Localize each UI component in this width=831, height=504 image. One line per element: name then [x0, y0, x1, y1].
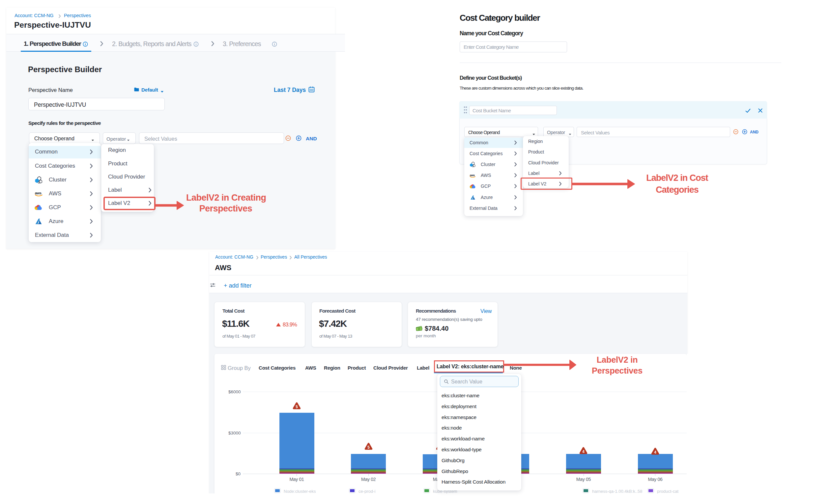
svg-text:4: 4: [654, 450, 656, 454]
svg-text:aws: aws: [35, 191, 41, 195]
svg-text:aws: aws: [469, 174, 475, 177]
svg-text:4: 4: [582, 449, 584, 454]
svg-text:5: 5: [367, 445, 370, 450]
svg-text:5: 5: [295, 405, 298, 409]
